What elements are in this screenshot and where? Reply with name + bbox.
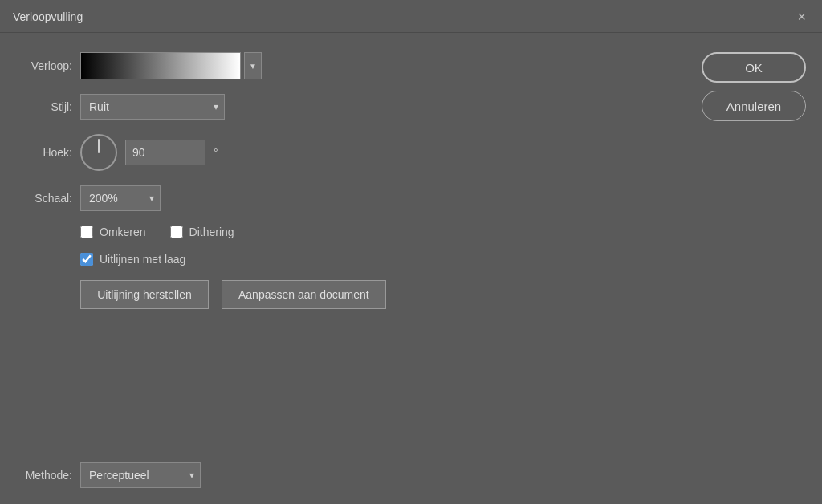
schaal-label: Schaal: <box>16 192 72 205</box>
gradient-picker: ▼ <box>80 52 262 79</box>
checkbox-row-1: Omkeren Dithering <box>16 226 661 238</box>
methode-label: Methode: <box>16 469 72 482</box>
close-button[interactable]: × <box>794 8 809 26</box>
hoek-label: Hoek: <box>16 146 72 159</box>
omkeren-checkbox-item[interactable]: Omkeren <box>80 226 146 238</box>
annuleren-button[interactable]: Annuleren <box>702 91 806 121</box>
hoek-row: Hoek: ° <box>16 134 661 171</box>
uitlijnen-checkbox-item[interactable]: Uitlijnen met laag <box>80 253 185 266</box>
ok-button[interactable]: OK <box>702 52 806 83</box>
gradient-dropdown-button[interactable]: ▼ <box>244 52 262 79</box>
gradient-swatch[interactable] <box>80 52 241 79</box>
stijl-select[interactable]: Lineair Radiaal Hoek Gereflecteerd Ruit <box>80 94 225 120</box>
stijl-row: Stijl: Lineair Radiaal Hoek Gereflecteer… <box>16 94 661 120</box>
methode-select[interactable]: Perceptueel Lineair Klassiek <box>80 462 201 488</box>
uitlijning-herstellen-button[interactable]: Uitlijning herstellen <box>80 280 209 309</box>
dithering-label: Dithering <box>189 226 234 238</box>
schaal-select[interactable]: 50% 100% 150% 200% 300% <box>80 185 161 211</box>
angle-knob[interactable] <box>80 134 117 171</box>
dithering-checkbox-item[interactable]: Dithering <box>170 226 234 238</box>
schaal-row: Schaal: 50% 100% 150% 200% 300% <box>16 185 661 211</box>
aanpassen-button[interactable]: Aanpassen aan document <box>222 280 386 309</box>
uitlijnen-label: Uitlijnen met laag <box>100 253 185 266</box>
right-panel: OK Annuleren <box>678 52 806 488</box>
stijl-select-wrapper: Lineair Radiaal Hoek Gereflecteerd Ruit <box>80 94 225 120</box>
verloop-row: Verloop: ▼ <box>16 52 661 79</box>
dialog-container: Verloopvulling × Verloop: ▼ Stijl: Linea… <box>0 0 822 504</box>
title-bar: Verloopvulling × <box>0 0 822 33</box>
dithering-checkbox[interactable] <box>170 226 183 238</box>
stijl-label: Stijl: <box>16 100 72 113</box>
omkeren-label: Omkeren <box>100 226 146 238</box>
methode-select-wrapper: Perceptueel Lineair Klassiek <box>80 462 201 488</box>
schaal-select-wrapper: 50% 100% 150% 200% 300% <box>80 185 161 211</box>
action-buttons-row: Uitlijning herstellen Aanpassen aan docu… <box>16 280 661 309</box>
left-panel: Verloop: ▼ Stijl: Lineair Radiaal Hoek G… <box>16 52 661 488</box>
omkeren-checkbox[interactable] <box>80 226 93 238</box>
checkbox-row-2: Uitlijnen met laag <box>16 253 661 266</box>
uitlijnen-checkbox[interactable] <box>80 253 93 266</box>
verloop-label: Verloop: <box>16 59 72 72</box>
degree-symbol: ° <box>214 146 218 159</box>
dialog-body: Verloop: ▼ Stijl: Lineair Radiaal Hoek G… <box>0 33 822 504</box>
dialog-title: Verloopvulling <box>13 10 83 23</box>
methode-row: Methode: Perceptueel Lineair Klassiek <box>16 462 661 488</box>
hoek-input[interactable] <box>125 140 206 165</box>
knob-line <box>98 139 100 153</box>
